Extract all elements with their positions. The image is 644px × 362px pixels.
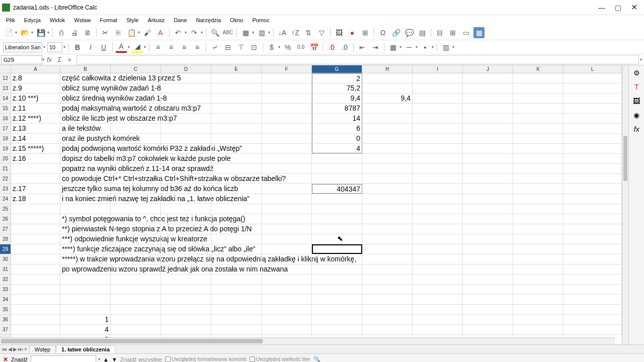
cell-E32[interactable] — [211, 275, 262, 284]
valign-top-icon[interactable]: ⊤ — [235, 42, 247, 53]
cell-L14[interactable] — [564, 94, 622, 103]
cell-J29[interactable] — [463, 244, 513, 254]
cell-H24[interactable] — [362, 194, 413, 204]
cell-D27[interactable] — [161, 224, 211, 234]
col-A[interactable]: A — [11, 65, 60, 73]
row-header[interactable]: 20 — [0, 154, 11, 163]
cell-B22[interactable]: co powoduje Ctrl+* Ctrl+strzałka Ctrl+Sh… — [60, 174, 111, 184]
cell-J21[interactable] — [463, 164, 513, 173]
borders-icon[interactable]: ▦ — [387, 42, 398, 53]
cell-I13[interactable] — [413, 83, 463, 93]
clone-format-icon[interactable]: 🖌 — [142, 27, 153, 38]
cell-L35[interactable] — [564, 305, 622, 314]
cell-F12[interactable] — [262, 73, 312, 83]
row-header[interactable]: 22 — [0, 174, 11, 184]
cell-G25[interactable] — [312, 204, 362, 214]
cell-D22[interactable] — [161, 174, 211, 184]
cell-I30[interactable] — [413, 254, 463, 264]
cell-C27[interactable] — [111, 224, 161, 234]
cell-E31[interactable] — [211, 264, 262, 274]
cell-G33[interactable] — [312, 285, 362, 294]
col-H[interactable]: H — [362, 65, 413, 73]
cell-C20[interactable] — [111, 154, 161, 163]
cell-D33[interactable] — [161, 285, 211, 294]
cell-C34[interactable] — [111, 295, 161, 304]
cell-H28[interactable] — [362, 234, 413, 244]
row-header[interactable]: 35 — [0, 305, 11, 314]
row-header[interactable]: 32 — [0, 275, 11, 284]
cell-F28[interactable] — [262, 234, 312, 244]
cell-K13[interactable] — [513, 83, 564, 93]
row-16[interactable]: 16z.12 ****)oblicz ile liczb jest w obsz… — [0, 114, 622, 124]
row-header[interactable]: 30 — [0, 254, 11, 264]
cell-F15[interactable] — [262, 104, 312, 113]
cell-F27[interactable] — [262, 224, 312, 234]
cell-I28[interactable] — [413, 234, 463, 244]
cell-D25[interactable] — [161, 204, 211, 214]
row-header[interactable]: 16 — [0, 114, 11, 123]
cell-I36[interactable] — [413, 315, 463, 324]
row-15[interactable]: 15z.11podaj maksymalną wartość z obszaru… — [0, 104, 622, 114]
export-pdf-icon[interactable]: ⎙ — [56, 27, 67, 38]
cell-H13[interactable] — [362, 83, 413, 93]
cell-E26[interactable] — [211, 214, 262, 224]
percent-icon[interactable]: % — [282, 42, 293, 53]
tab-latwe-obliczenia[interactable]: 1. łatwe obliczenia — [56, 345, 115, 353]
cell-F37[interactable] — [262, 325, 312, 334]
row-36[interactable]: 361 — [0, 315, 622, 325]
cell-A24[interactable]: z.18 — [11, 194, 60, 204]
cell-J31[interactable] — [463, 264, 513, 274]
cell-G26[interactable] — [312, 214, 362, 224]
menu-format[interactable]: Format — [96, 16, 121, 24]
clear-format-icon[interactable]: A — [155, 27, 166, 38]
add-decimal-icon[interactable]: .0 — [326, 42, 337, 53]
find-prev-icon[interactable]: ▲ — [103, 356, 109, 363]
cell-F26[interactable] — [262, 214, 312, 224]
cell-L33[interactable] — [564, 285, 622, 294]
row-29[interactable]: 29****) funkcje zliczające zaczynają się… — [0, 244, 622, 254]
freeze-icon[interactable]: ⊟ — [434, 27, 445, 38]
cell-G24[interactable] — [312, 194, 362, 204]
undo-icon[interactable]: ↶ — [173, 27, 184, 38]
date-icon[interactable]: 📅 — [308, 42, 319, 53]
cell-D23[interactable] — [161, 184, 211, 194]
cell-H31[interactable] — [362, 264, 413, 274]
cell-H27[interactable] — [362, 224, 413, 234]
row-13[interactable]: 13z.9oblicz sumę wyników zadań 1-875,2 — [0, 83, 622, 94]
cell-D26[interactable] — [161, 214, 211, 224]
cell-E15[interactable] — [211, 104, 262, 113]
cell-I34[interactable] — [413, 295, 463, 304]
cell-F30[interactable] — [262, 254, 312, 264]
cell-H26[interactable] — [362, 214, 413, 224]
cell-L27[interactable] — [564, 224, 622, 234]
cell-F22[interactable] — [262, 174, 312, 184]
cell-H16[interactable] — [362, 114, 413, 123]
cell-F34[interactable] — [262, 295, 312, 304]
name-box[interactable] — [1, 55, 42, 64]
row-33[interactable]: 33 — [0, 285, 622, 295]
cell-J24[interactable] — [463, 194, 513, 204]
cell-A31[interactable] — [11, 264, 60, 274]
cell-B25[interactable] — [60, 204, 111, 214]
cell-A30[interactable] — [11, 254, 60, 264]
col-E[interactable]: E — [211, 65, 262, 73]
cell-C16[interactable] — [111, 114, 161, 123]
cell-I25[interactable] — [413, 204, 463, 214]
cell-L31[interactable] — [564, 264, 622, 274]
cell-A18[interactable]: z.14 — [11, 134, 60, 143]
cell-F20[interactable] — [262, 154, 312, 163]
cell-J22[interactable] — [463, 174, 513, 184]
cell-B18[interactable]: oraz ile pustych komórek — [60, 134, 111, 143]
border-style-icon[interactable]: ─ — [404, 42, 415, 53]
highlight-icon[interactable]: ◢ — [132, 42, 143, 53]
cell-I15[interactable] — [413, 104, 463, 113]
cell-K17[interactable] — [513, 124, 564, 133]
row-21[interactable]: 21popatrz na wyniki obliczeń z.11-14 ora… — [0, 164, 622, 174]
menu-wstaw[interactable]: Wstaw — [70, 16, 95, 24]
row-12[interactable]: 12z.8część całkowita z dzielenia 13 prze… — [0, 73, 622, 83]
cell-L25[interactable] — [564, 204, 622, 214]
cell-F32[interactable] — [262, 275, 312, 284]
row-header[interactable]: 18 — [0, 134, 11, 143]
cell-H20[interactable] — [362, 154, 413, 163]
cell-C26[interactable] — [111, 214, 161, 224]
